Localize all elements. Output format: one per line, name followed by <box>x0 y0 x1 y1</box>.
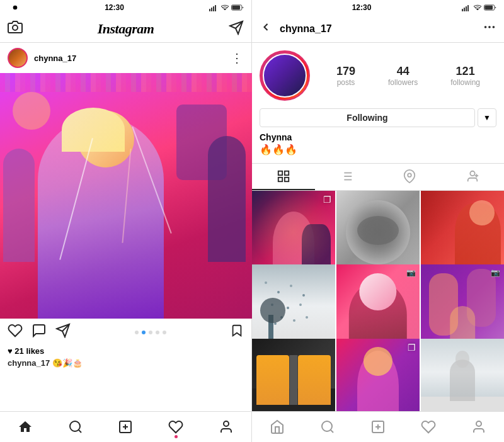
svg-rect-30 <box>285 178 289 181</box>
comment-btn[interactable] <box>32 323 47 342</box>
profile-tabs <box>252 163 504 191</box>
svg-rect-1 <box>209 9 210 11</box>
nav-profile[interactable] <box>214 414 239 439</box>
right-signal-icons <box>461 4 499 11</box>
post-avatar[interactable] <box>8 48 28 68</box>
dot-4 <box>156 331 159 334</box>
caption-username[interactable]: chynna_17 <box>8 358 50 368</box>
post-actions <box>0 319 251 346</box>
battery-icon <box>231 4 244 11</box>
bookmark-btn[interactable] <box>230 323 244 342</box>
svg-rect-4 <box>215 5 216 11</box>
nav-add[interactable] <box>113 414 138 439</box>
wifi-icon <box>220 4 229 11</box>
stat-posts: 179 posts <box>336 65 355 87</box>
svg-point-24 <box>484 26 487 28</box>
svg-rect-21 <box>467 5 469 11</box>
grid-item-8[interactable]: ❐ <box>336 339 420 411</box>
svg-rect-28 <box>285 171 289 175</box>
back-button[interactable] <box>260 21 272 37</box>
tab-grid[interactable] <box>252 164 315 190</box>
post-more-btn[interactable]: ⋮ <box>231 52 244 64</box>
direct-icon[interactable] <box>229 20 244 38</box>
video-icon-5: 📷 <box>406 268 416 277</box>
left-status-icons <box>5 3 20 13</box>
photo-grid: ❐ 📷 <box>252 191 504 411</box>
right-nav-search[interactable] <box>315 414 340 439</box>
following-row: Following ▼ <box>252 108 504 132</box>
post-caption: chynna_17 😘🎉🎂 <box>8 358 244 368</box>
profile-avatar-wrap <box>260 50 310 101</box>
left-bottom-nav <box>0 411 251 442</box>
right-time: 12:30 <box>352 3 372 12</box>
svg-rect-18 <box>462 9 463 11</box>
svg-point-46 <box>476 421 481 426</box>
profile-avatar <box>260 50 310 101</box>
svg-point-37 <box>408 173 411 177</box>
following-button[interactable]: Following <box>260 108 475 127</box>
svg-line-42 <box>331 430 333 433</box>
profile-info: 179 posts 44 followers 121 following <box>252 43 504 108</box>
post-carousel-dots <box>135 331 166 334</box>
dot-1 <box>135 331 139 334</box>
like-btn[interactable] <box>8 323 23 342</box>
tab-tagged[interactable] <box>441 164 504 190</box>
share-btn[interactable] <box>55 323 71 342</box>
followers-label: followers <box>388 78 418 87</box>
profile-bio: Chynna 🔥🔥🔥 <box>252 132 504 163</box>
right-battery-icon <box>484 4 496 11</box>
grid-item-9[interactable] <box>421 339 504 411</box>
profile-avatar-inner <box>263 54 307 98</box>
right-nav-home[interactable] <box>265 414 290 439</box>
grid-item-4[interactable] <box>252 264 335 348</box>
posts-label: posts <box>337 78 355 87</box>
dropdown-button[interactable]: ▼ <box>478 108 496 127</box>
left-status-bar: 12:30 <box>0 0 251 15</box>
svg-point-38 <box>470 171 474 176</box>
camera-icon[interactable] <box>8 20 23 38</box>
grid-item-7[interactable] <box>252 339 335 411</box>
profile-stats: 179 posts 44 followers 121 following <box>320 65 496 87</box>
right-wifi-icon <box>473 4 482 11</box>
nav-heart[interactable] <box>163 414 188 439</box>
left-signal-icons <box>209 4 246 11</box>
svg-point-7 <box>13 25 18 30</box>
right-nav-heart[interactable] <box>416 414 441 439</box>
right-nav-profile[interactable] <box>466 414 491 439</box>
stat-followers: 44 followers <box>388 65 418 87</box>
svg-rect-20 <box>466 6 467 11</box>
grid-item-2[interactable] <box>336 191 420 274</box>
right-status-bar: 12:30 <box>252 0 504 15</box>
svg-point-26 <box>493 26 495 28</box>
post-meta: ♥ 21 likes chynna_17 😘🎉🎂 <box>0 346 251 370</box>
right-nav-add[interactable] <box>365 414 391 439</box>
grid-item-5[interactable]: 📷 <box>336 264 420 348</box>
profile-more-btn[interactable] <box>483 20 496 38</box>
svg-line-13 <box>78 430 81 433</box>
svg-rect-27 <box>278 171 282 175</box>
svg-point-0 <box>13 6 18 10</box>
multi-icon-1: ❐ <box>323 195 331 205</box>
signal-icon <box>209 4 219 11</box>
svg-rect-19 <box>464 8 465 11</box>
dot-5 <box>163 331 166 334</box>
post-username[interactable]: chynna_17 <box>34 54 231 63</box>
left-top-nav: Instagram <box>0 15 251 43</box>
grid-item-1[interactable]: ❐ <box>252 191 335 274</box>
tab-list[interactable] <box>315 164 378 190</box>
svg-rect-29 <box>278 178 282 181</box>
camera-status-icon <box>10 3 20 13</box>
video-icon-6: 📷 <box>491 268 500 277</box>
svg-rect-23 <box>484 6 493 9</box>
nav-search[interactable] <box>63 414 88 439</box>
grid-item-3[interactable] <box>421 191 504 274</box>
post-header: chynna_17 ⋮ <box>0 43 251 73</box>
left-panel: 12:30 <box>0 0 252 442</box>
grid-item-6[interactable]: 📷 <box>421 264 504 348</box>
nav-home[interactable] <box>13 414 38 439</box>
post-image <box>0 73 252 319</box>
profile-username-title: chynna_17 <box>280 23 483 35</box>
multi-icon-8: ❐ <box>408 343 416 353</box>
tab-location[interactable] <box>378 164 441 190</box>
bio-emoji: 🔥🔥🔥 <box>260 144 496 156</box>
